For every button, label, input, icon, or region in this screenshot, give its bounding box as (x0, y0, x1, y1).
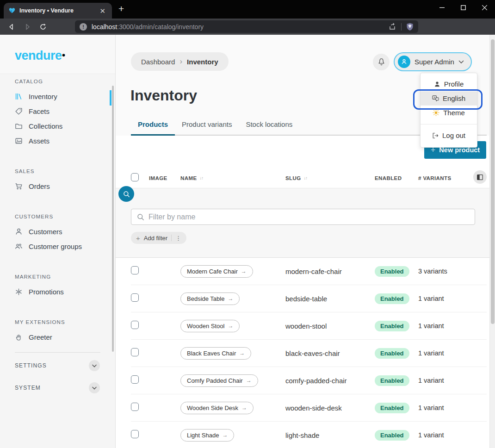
sidebar-item-customers[interactable]: Customers (0, 224, 115, 239)
variant-count: 1 variant (418, 404, 487, 411)
column-header-slug[interactable]: SLUG↓↑ (285, 175, 375, 181)
browser-tab[interactable]: Inventory • Vendure ✕ (4, 3, 112, 19)
section-label-my-extensions: MY EXTENSIONS (15, 319, 115, 325)
product-slug: wooden-stool (285, 322, 375, 330)
sidebar-item-customer-groups[interactable]: Customer groups (0, 239, 115, 254)
user-icon (15, 228, 23, 236)
column-settings-button[interactable] (473, 170, 487, 184)
row-checkbox[interactable] (131, 321, 139, 329)
column-header-name[interactable]: NAME↓↑ (180, 175, 285, 181)
table-row: Black Eaves Chair→ black-eaves-chair Ena… (131, 340, 487, 367)
user-name: Super Admin (415, 58, 454, 66)
product-name-link[interactable]: Comfy Padded Chair→ (180, 374, 258, 387)
product-slug: black-eaves-chair (285, 349, 375, 357)
row-checkbox[interactable] (131, 430, 139, 438)
language-icon: A (432, 95, 439, 102)
select-all-checkbox[interactable] (131, 173, 139, 181)
sidebar-section-settings[interactable]: SETTINGS (0, 356, 115, 375)
product-slug: wooden-side-desk (285, 404, 375, 412)
table-row: Wooden Side Desk→ wooden-side-desk Enabl… (131, 394, 487, 422)
sidebar-item-greeter[interactable]: Greeter (0, 330, 115, 344)
menu-item-theme[interactable]: Theme (421, 106, 477, 120)
tab-stock-locations[interactable]: Stock locations (239, 117, 299, 135)
menu-item-profile[interactable]: Profile (421, 77, 477, 91)
url-text: localhost:3000/admin/catalog/inventory (92, 23, 389, 31)
breadcrumb-current: Inventory (187, 58, 218, 66)
tab-title: Inventory • Vendure (19, 7, 94, 14)
window-maximize-button[interactable] (452, 0, 474, 15)
asterisk-icon (15, 288, 23, 296)
chevron-down-icon[interactable] (89, 382, 100, 393)
filter-by-name-input[interactable] (148, 213, 469, 221)
product-slug: bedside-table (285, 295, 375, 303)
window-minimize-button[interactable] (431, 0, 452, 15)
sidebar-item-promotions[interactable]: Promotions (0, 284, 115, 299)
sidebar-section-system[interactable]: SYSTEM (0, 379, 115, 397)
column-header-enabled: ENABLED (375, 175, 418, 181)
row-checkbox[interactable] (131, 403, 139, 411)
sort-icon[interactable]: ↓↑ (199, 175, 203, 180)
chevron-down-icon[interactable] (89, 360, 100, 371)
row-checkbox[interactable] (131, 266, 139, 274)
folder-icon (15, 122, 23, 130)
sort-icon[interactable]: ↓↑ (304, 175, 308, 180)
breadcrumb[interactable]: Dashboard › Inventory (131, 52, 229, 71)
sidebar-item-facets[interactable]: Facets (0, 104, 115, 118)
search-toggle-button[interactable] (118, 186, 134, 202)
breadcrumb-dashboard[interactable]: Dashboard (141, 58, 175, 66)
sidebar-item-assets[interactable]: Assets (0, 133, 115, 148)
notifications-button[interactable] (373, 54, 390, 70)
sidebar-item-collections[interactable]: Collections (0, 118, 115, 133)
address-bar[interactable]: ! localhost:3000/admin/catalog/inventory (75, 20, 418, 33)
product-name-link[interactable]: Black Eaves Chair→ (180, 347, 251, 360)
product-name-link[interactable]: Light Shade→ (180, 429, 234, 442)
vendure-favicon-icon (8, 7, 16, 14)
add-filter-button[interactable]: + Add filter ⋮ (131, 232, 186, 244)
page-scrollbar[interactable] (489, 35, 495, 448)
filter-input-wrap[interactable] (131, 209, 475, 225)
sidebar-scrollbar[interactable] (112, 86, 114, 352)
table-row: Wooden Stool→ wooden-stool Enabled 1 var… (131, 312, 487, 340)
arrow-right-icon: → (241, 404, 247, 411)
sidebar-item-inventory[interactable]: Inventory (0, 89, 115, 104)
divider (401, 23, 402, 31)
sidebar-item-orders[interactable]: Orders (0, 179, 115, 193)
back-icon[interactable] (5, 20, 19, 33)
hand-icon (15, 333, 23, 341)
plus-icon: + (136, 234, 140, 242)
brave-shield-icon[interactable] (406, 23, 414, 31)
library-icon (15, 93, 23, 100)
site-info-icon[interactable]: ! (80, 23, 87, 31)
user-menu-button[interactable]: Super Admin (394, 52, 472, 71)
forward-icon[interactable] (20, 20, 34, 33)
tab-product-variants[interactable]: Product variants (175, 117, 239, 135)
menu-item-logout[interactable]: Log out (421, 128, 477, 143)
variant-count: 1 variant (418, 295, 487, 302)
row-checkbox[interactable] (131, 375, 139, 384)
reload-icon[interactable] (36, 20, 50, 33)
arrow-right-icon: → (228, 323, 233, 329)
new-tab-button[interactable]: + (118, 4, 124, 13)
row-checkbox[interactable] (131, 293, 139, 302)
arrow-right-icon: → (246, 377, 252, 384)
product-name-link[interactable]: Wooden Stool→ (180, 320, 240, 332)
kebab-menu-icon[interactable]: ⋮ (175, 235, 181, 242)
chevron-right-icon: › (179, 57, 182, 66)
product-name-link[interactable]: Bedside Table→ (180, 292, 240, 305)
row-checkbox[interactable] (131, 348, 139, 356)
sidebar-divider (15, 352, 100, 353)
tab-close-icon[interactable]: ✕ (98, 6, 107, 15)
scrollbar-thumb[interactable] (491, 39, 495, 324)
tab-products[interactable]: Products (131, 117, 175, 135)
image-icon (15, 137, 23, 145)
menu-item-language[interactable]: A English (421, 91, 477, 106)
variant-count: 1 variant (418, 431, 487, 439)
status-badge: Enabled (375, 430, 409, 441)
share-icon[interactable] (389, 23, 396, 31)
product-name-link[interactable]: Wooden Side Desk→ (180, 402, 254, 414)
product-name-link[interactable]: Modern Cafe Chair→ (180, 265, 253, 278)
vendure-logo[interactable]: vendure● (0, 35, 115, 74)
variant-count: 1 variant (418, 322, 487, 330)
window-close-button[interactable] (474, 0, 495, 15)
arrow-right-icon: → (241, 268, 247, 274)
